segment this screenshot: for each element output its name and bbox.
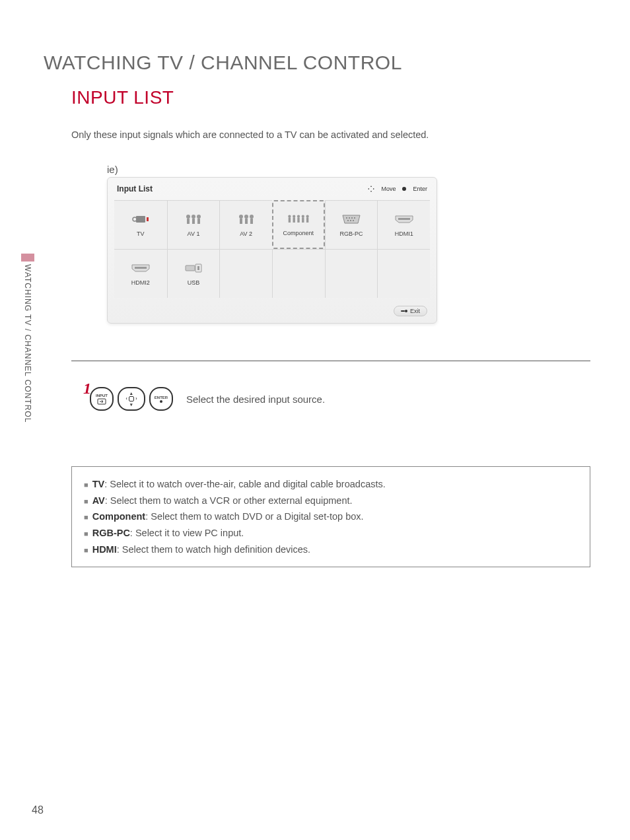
hint-enter: Enter [413, 186, 427, 192]
svg-rect-23 [302, 217, 304, 223]
osd-input-hdmi2[interactable]: HDMI2 [114, 249, 167, 298]
hdmi-icon [129, 262, 152, 274]
svg-point-17 [297, 215, 300, 217]
input-source-icon [97, 398, 106, 405]
remote-dpad-button[interactable]: ▴ ‹ › ▾ [118, 387, 145, 411]
step-row: 1 INPUT ▴ ‹ › ▾ ENTER Select the desired… [81, 387, 325, 411]
osd-cell-label: RGB-PC [339, 230, 363, 237]
svg-point-10 [244, 215, 248, 219]
move-icon [368, 186, 374, 192]
desc-text: : Select them to watch high definition d… [117, 544, 310, 555]
tv-icon [129, 213, 152, 225]
desc-term: HDMI [92, 544, 117, 555]
osd-input-tv[interactable]: TV [114, 200, 167, 249]
osd-header: Input List Move Enter [108, 178, 437, 196]
bullet-icon: ■ [84, 511, 88, 524]
intro-text: Only these input signals which are conne… [71, 129, 429, 140]
vga-icon [340, 213, 363, 225]
description-row: ■RGB-PC: Select it to view PC input. [84, 525, 578, 542]
osd-cell-label: AV 2 [240, 230, 252, 237]
svg-rect-7 [192, 219, 195, 224]
svg-rect-36 [197, 266, 199, 270]
remote-input-label: INPUT [96, 394, 108, 398]
osd-cell-label: TV [137, 230, 145, 237]
svg-point-18 [301, 215, 304, 217]
description-row: ■HDMI: Select them to watch high definit… [84, 542, 578, 558]
svg-rect-22 [297, 217, 299, 223]
sidebar-accent [21, 254, 34, 262]
page-number: 48 [32, 804, 44, 816]
bullet-icon: ■ [84, 528, 88, 540]
step-instruction: Select the desired input source. [186, 394, 325, 405]
osd-cell-label: USB [188, 279, 200, 286]
page-title: WATCHING TV / CHANNEL CONTROL [44, 52, 402, 74]
svg-point-19 [306, 215, 308, 217]
svg-point-26 [349, 217, 350, 219]
svg-rect-21 [293, 217, 295, 223]
desc-term: AV [92, 495, 105, 506]
osd-input-rgb-pc[interactable]: RGB-PC [325, 200, 378, 249]
svg-rect-20 [289, 217, 291, 223]
svg-rect-0 [136, 216, 145, 223]
osd-exit-label: Exit [410, 308, 420, 314]
osd-exit-button[interactable]: Exit [394, 306, 427, 316]
svg-rect-33 [135, 267, 147, 269]
svg-rect-2 [147, 217, 149, 221]
av-icon [235, 213, 258, 225]
divider [71, 361, 590, 361]
osd-input-av2[interactable]: AV 2 [219, 200, 272, 249]
osd-cell-label: Component [283, 230, 314, 236]
svg-point-28 [354, 217, 355, 219]
osd-title: Input List [117, 184, 153, 193]
component-icon [287, 213, 310, 225]
svg-point-29 [347, 220, 349, 221]
remote-input-button[interactable]: INPUT [90, 387, 114, 411]
svg-point-9 [239, 215, 243, 219]
svg-point-25 [346, 217, 347, 219]
svg-rect-12 [240, 219, 242, 224]
description-row: ■AV: Select them to watch a VCR or other… [84, 493, 578, 509]
osd-cell-label: HDMI1 [395, 230, 413, 237]
hdmi-icon [393, 213, 415, 225]
svg-point-15 [288, 215, 291, 217]
osd-input-list-panel: Input List Move Enter TVAV 1AV 2Componen… [107, 177, 437, 324]
svg-rect-37 [401, 310, 405, 312]
exit-icon [401, 309, 407, 313]
remote-enter-button[interactable]: ENTER [149, 387, 173, 411]
svg-point-38 [405, 310, 407, 312]
svg-point-5 [197, 215, 201, 219]
osd-empty-cell [377, 249, 430, 298]
osd-input-av1[interactable]: AV 1 [167, 200, 220, 249]
desc-text: : Select them to watch DVD or a Digital … [145, 511, 363, 522]
enter-dot-icon [402, 187, 406, 191]
svg-point-31 [353, 220, 354, 221]
osd-input-grid: TVAV 1AV 2ComponentRGB-PCHDMI1HDMI2USB [114, 200, 430, 298]
svg-point-3 [186, 215, 190, 219]
osd-empty-cell [272, 249, 325, 298]
desc-term: Component [92, 511, 146, 522]
svg-rect-24 [306, 217, 308, 223]
bullet-icon: ■ [84, 495, 88, 508]
bullet-icon: ■ [84, 479, 88, 491]
svg-point-27 [351, 217, 353, 219]
desc-text: : Select it to watch over-the-air, cable… [104, 479, 386, 489]
svg-rect-34 [186, 265, 195, 271]
osd-empty-cell [325, 249, 378, 298]
osd-input-hdmi1[interactable]: HDMI1 [377, 200, 430, 249]
svg-point-4 [192, 215, 195, 219]
svg-rect-14 [250, 219, 253, 224]
step-number: 1 [83, 380, 91, 398]
svg-rect-6 [187, 219, 190, 224]
av-icon [182, 213, 205, 225]
svg-point-30 [350, 220, 351, 221]
sidebar-label: WATCHING TV / CHANNEL CONTROL [22, 260, 32, 423]
svg-rect-13 [245, 219, 248, 224]
enter-dot-icon [160, 400, 162, 403]
osd-input-usb[interactable]: USB [167, 249, 220, 298]
desc-text: : Select them to watch a VCR or other ex… [105, 495, 353, 506]
usb-icon [182, 262, 205, 274]
section-title: INPUT LIST [71, 87, 174, 108]
osd-empty-cell [219, 249, 272, 298]
osd-hints: Move Enter [368, 186, 427, 192]
osd-input-component[interactable]: Component [272, 200, 325, 249]
